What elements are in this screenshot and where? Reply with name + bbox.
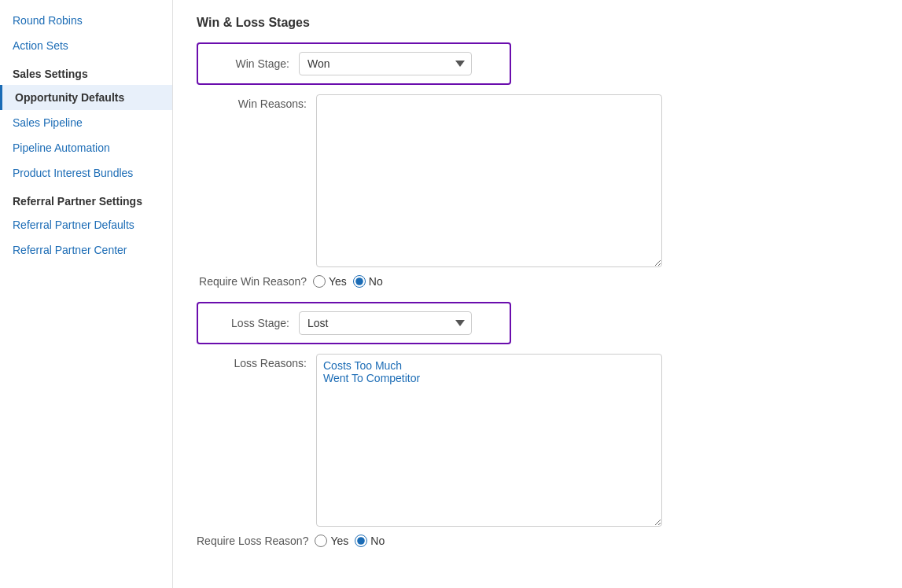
win-stage-label: Win Stage: <box>211 57 289 70</box>
referral-settings-title: Referral Partner Settings <box>0 186 172 212</box>
loss-reasons-label: Loss Reasons: <box>197 354 307 369</box>
require-loss-reason-label: Require Loss Reason? <box>197 535 308 547</box>
sales-settings-title: Sales Settings <box>0 58 172 85</box>
win-reasons-label: Win Reasons: <box>197 94 307 110</box>
sidebar-item-opportunity-defaults[interactable]: Opportunity Defaults <box>0 85 172 110</box>
sidebar-item-round-robins[interactable]: Round Robins <box>0 8 172 33</box>
require-win-reason-label: Require Win Reason? <box>197 275 307 288</box>
win-reasons-row: Win Reasons: <box>197 94 878 267</box>
win-stage-box: Win Stage: Won Lost New Opportunity <box>197 42 511 85</box>
loss-reasons-row: Loss Reasons: <box>197 354 878 527</box>
win-reasons-textarea[interactable] <box>316 94 662 267</box>
require-win-reason-row: Require Win Reason? Yes No <box>197 275 878 288</box>
sidebar-item-referral-partner-center[interactable]: Referral Partner Center <box>0 237 172 263</box>
require-win-yes-label[interactable]: Yes <box>313 275 347 288</box>
require-loss-yes-label[interactable]: Yes <box>315 535 348 547</box>
loss-stage-box: Loss Stage: Lost Won New Opportunity <box>197 302 511 344</box>
sidebar-item-sales-pipeline[interactable]: Sales Pipeline <box>0 110 172 135</box>
section-title: Win & Loss Stages <box>197 16 878 30</box>
require-loss-no-radio[interactable] <box>355 535 367 547</box>
sidebar-item-referral-partner-defaults[interactable]: Referral Partner Defaults <box>0 212 172 237</box>
require-loss-reason-row: Require Loss Reason? Yes No <box>197 535 878 547</box>
win-stage-select[interactable]: Won Lost New Opportunity <box>299 52 472 75</box>
require-win-yes-text: Yes <box>329 275 347 288</box>
loss-reasons-textarea[interactable] <box>316 354 662 527</box>
require-loss-no-label[interactable]: No <box>355 535 385 547</box>
sidebar: Round Robins Action Sets Sales Settings … <box>0 0 173 588</box>
require-loss-yes-radio[interactable] <box>315 535 327 547</box>
sidebar-item-action-sets[interactable]: Action Sets <box>0 33 172 58</box>
sidebar-item-product-interest-bundles[interactable]: Product Interest Bundles <box>0 160 172 186</box>
require-win-yes-radio[interactable] <box>313 275 326 288</box>
require-loss-yes-text: Yes <box>330 535 348 547</box>
require-win-no-label[interactable]: No <box>353 275 383 288</box>
loss-stage-select[interactable]: Lost Won New Opportunity <box>299 311 472 335</box>
sidebar-item-pipeline-automation[interactable]: Pipeline Automation <box>0 135 172 160</box>
require-loss-no-text: No <box>370 535 385 547</box>
loss-stage-label: Loss Stage: <box>211 317 289 329</box>
require-win-no-text: No <box>369 275 383 288</box>
require-win-no-radio[interactable] <box>353 275 366 288</box>
main-content: Win & Loss Stages Win Stage: Won Lost Ne… <box>173 0 902 588</box>
